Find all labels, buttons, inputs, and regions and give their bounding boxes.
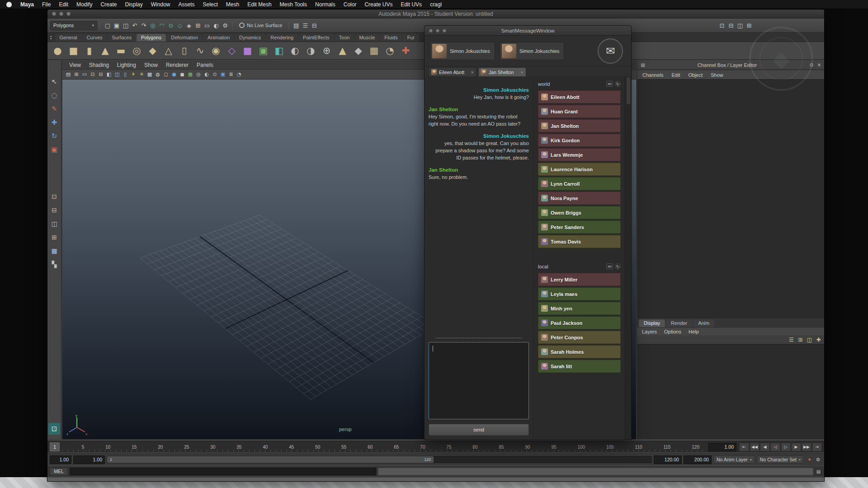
panel-control-icon[interactable]: ×	[816, 62, 822, 68]
shelf-tool-icon[interactable]: ▯	[177, 43, 192, 58]
layer-action-icon[interactable]: ☰	[788, 336, 795, 343]
sort-icon[interactable]: ab	[606, 81, 613, 87]
buddy-row[interactable]: Lerry Miller	[538, 273, 621, 286]
time-slider[interactable]: 1 51015202530354045505560657075808590951…	[47, 441, 824, 452]
buddy-row[interactable]: Eileen Abott	[538, 90, 621, 103]
menubar-item[interactable]: Mesh Tools	[276, 1, 311, 8]
shelf-tool-icon[interactable]: ✚	[398, 43, 413, 58]
apple-menu-icon[interactable]	[6, 2, 12, 7]
layer-editor-menu-item[interactable]: Options	[661, 329, 684, 334]
shelf-tool-icon[interactable]: ◐	[288, 43, 302, 58]
layout-shortcut-icon[interactable]: ⊞	[745, 21, 754, 30]
viewport-toggle-icon[interactable]: ◔	[235, 70, 243, 79]
panel-grip-icon[interactable]: ▤	[640, 62, 646, 68]
shelf-tool-icon[interactable]: ▲	[98, 43, 113, 58]
panel-control-icon[interactable]: ⊙	[808, 62, 815, 68]
pane-layout-icon[interactable]: ⊡	[48, 191, 60, 202]
layout-shortcut-icon[interactable]: ◫	[736, 21, 745, 30]
playback-button[interactable]: ▷	[781, 443, 791, 451]
viewport-toggle-icon[interactable]: ☀	[129, 70, 137, 79]
buddy-row[interactable]: Owen Briggs	[538, 206, 621, 219]
layout-shortcut-icon[interactable]: ⊟	[726, 21, 736, 30]
buddy-row[interactable]: Sarah litt	[538, 360, 621, 373]
layer-editor-tab[interactable]: Render	[666, 319, 692, 327]
buddy-row[interactable]: Paul Jackson	[538, 316, 621, 329]
viewport-toggle-icon[interactable]: ●	[170, 70, 178, 79]
no-live-surface[interactable]: No Live Surface	[239, 23, 282, 28]
channel-box-menu-item[interactable]: Edit	[668, 72, 684, 78]
menubar-item[interactable]: Display	[121, 1, 146, 8]
buddy-row[interactable]: Sarah Holmes	[538, 345, 621, 358]
viewport-toggle-icon[interactable]: ⊙	[211, 70, 219, 79]
buddy-row[interactable]: Kirk Gordon	[538, 134, 621, 147]
shelf-tool-icon[interactable]: △	[161, 43, 176, 58]
conversation-tab[interactable]: Eileen Abott ×	[429, 67, 476, 76]
buddy-row[interactable]: Peter Conpos	[538, 331, 621, 344]
buddy-row[interactable]: Lynn Carroll	[538, 177, 621, 190]
shelf-tab[interactable]: Polygons	[137, 34, 166, 42]
shelf-tab[interactable]: Surfaces	[108, 34, 136, 42]
shelf-tool-icon[interactable]: ■	[66, 43, 81, 58]
shelf-menu-icon[interactable]: ▴▾	[50, 35, 52, 40]
buddy-row[interactable]: Peter Sanders	[538, 221, 621, 234]
panel-menu-item[interactable]: Show	[140, 62, 162, 68]
shelf-tab[interactable]: Muscle	[354, 34, 379, 42]
shelf-tool-icon[interactable]: ∿	[193, 43, 208, 58]
layer-editor-menu-item[interactable]: Help	[685, 329, 702, 334]
buddy-list-scrollbar[interactable]	[625, 76, 631, 440]
shelf-tab[interactable]: Dynamics	[235, 34, 265, 42]
layer-action-icon[interactable]: ◫	[806, 336, 813, 343]
playback-start-field[interactable]: 1.00	[73, 455, 105, 464]
playback-button[interactable]: ▶▶	[802, 443, 811, 451]
viewport-toggle-icon[interactable]: ⊞	[72, 70, 80, 79]
range-slider-track[interactable]: 1 120	[107, 456, 652, 463]
layer-editor-tab[interactable]: Display	[639, 319, 665, 327]
viewport-toggle-icon[interactable]: ⊟	[97, 70, 105, 79]
buddy-row[interactable]: Minh yen	[538, 302, 621, 315]
viewport-toggle-icon[interactable]: ◐	[203, 70, 211, 79]
shelf-tool-icon[interactable]: ◑	[303, 43, 318, 58]
channel-box-menu-item[interactable]: Show	[707, 72, 727, 78]
menubar-item[interactable]: Select	[199, 1, 222, 8]
layer-editor-menu-item[interactable]: Layers	[639, 329, 660, 334]
shelf-tool-icon[interactable]: ◇	[224, 43, 239, 58]
shelf-tool-icon[interactable]: ▣	[256, 43, 271, 58]
shelf-tool-icon[interactable]: ◆	[145, 43, 160, 58]
viewport-toggle-icon[interactable]: ◎	[194, 70, 203, 79]
statusline-field-icon[interactable]: ☰	[301, 21, 310, 30]
panel-menu-item[interactable]: Panels	[193, 62, 217, 68]
shelf-tool-icon[interactable]: ◔	[382, 43, 397, 58]
statusline-icon[interactable]: ◐	[212, 21, 221, 30]
viewport-toggle-icon[interactable]: ▣	[219, 70, 227, 79]
shelf-tool-icon[interactable]: ⊕	[319, 43, 334, 58]
channel-box-menu-item[interactable]: Object	[684, 72, 706, 78]
statusline-icon[interactable]: ◠	[157, 21, 166, 30]
tool-icon[interactable]: ✚	[48, 117, 60, 128]
statusline-icon[interactable]: ◎	[148, 21, 157, 30]
panel-menu-item[interactable]: Renderer	[162, 62, 193, 68]
range-slider-bar[interactable]: 1 120	[107, 456, 434, 463]
send-button[interactable]: send	[429, 424, 529, 436]
viewport-toggle-icon[interactable]: ▩	[146, 70, 154, 79]
panel-menu-item[interactable]: View	[65, 62, 85, 68]
shelf-tab[interactable]: Fur	[403, 34, 420, 42]
viewport-toggle-icon[interactable]: ⊡	[89, 70, 97, 79]
close-tab-icon[interactable]: ×	[521, 70, 524, 75]
message-input[interactable]	[429, 343, 528, 419]
shelf-tab[interactable]: Toon	[335, 34, 354, 42]
shelf-tool-icon[interactable]: ▲	[335, 43, 350, 58]
refresh-icon[interactable]: ↻	[615, 81, 621, 87]
shelf-tool-icon[interactable]: ◆	[351, 43, 366, 58]
viewport-toggle-icon[interactable]: ≣	[227, 70, 235, 79]
menubar-item[interactable]: Edit	[55, 1, 72, 8]
statusline-field-icon[interactable]: ▤	[292, 21, 301, 30]
menubar-item[interactable]: File	[38, 1, 55, 8]
shelf-tool-icon[interactable]: ▮	[82, 43, 97, 58]
shelf-tool-icon[interactable]: ◎	[129, 43, 144, 58]
playback-button[interactable]: ⇤	[739, 443, 749, 451]
menubar-item[interactable]: Color	[340, 1, 361, 8]
playback-button[interactable]: ▶	[791, 443, 801, 451]
pane-layout-icon[interactable]: ▦	[48, 245, 60, 257]
statusline-icon[interactable]: ⊙	[166, 21, 175, 30]
tool-icon[interactable]: ▣	[48, 144, 60, 155]
